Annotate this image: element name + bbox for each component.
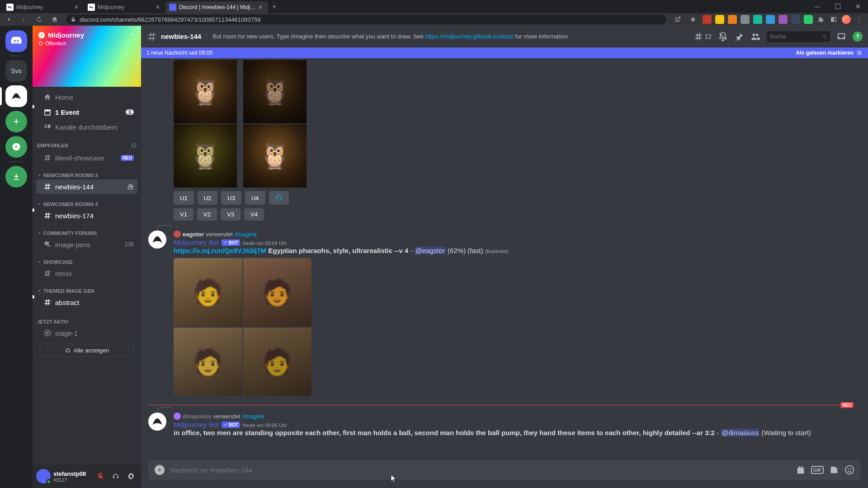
mute-icon[interactable]	[94, 470, 107, 483]
close-window-icon[interactable]: ✕	[848, 0, 868, 13]
category-newcomer3[interactable]: NEWCOMER ROOMS 3	[33, 165, 141, 179]
url-field[interactable]: discord.com/channels/662267976984297473/…	[66, 14, 666, 24]
server-svs[interactable]: Svs	[5, 60, 27, 82]
channel-list[interactable]: Home 1 Event 1 Kanäle durchstöbern EMPFO…	[33, 87, 141, 465]
nav-event[interactable]: 1 Event 1	[36, 105, 137, 119]
close-icon[interactable]: ✕	[156, 4, 162, 10]
inbox-icon[interactable]	[836, 32, 846, 42]
message-input-box[interactable]: GIF	[148, 460, 861, 480]
channel-stage-1[interactable]: stage-1	[36, 326, 137, 340]
bot-avatar[interactable]	[148, 230, 166, 249]
ext-icon[interactable]	[715, 15, 724, 24]
forward-icon[interactable]	[18, 14, 30, 25]
browser-tab-active[interactable]: Discord | #newbies-144 | Midj… ✕	[165, 1, 268, 13]
pin-icon[interactable]	[734, 32, 744, 42]
generated-image[interactable]	[243, 258, 312, 327]
ext-icon[interactable]	[728, 15, 737, 24]
browser-tab[interactable]: Midjourney ✕	[84, 1, 165, 13]
reply-context[interactable]: eagstor verwendet /imagine	[174, 230, 861, 238]
browser-tab[interactable]: Midjourney ✕	[3, 1, 84, 13]
threads-button[interactable]: 12	[694, 32, 712, 41]
generated-image[interactable]	[174, 258, 242, 327]
user-mention[interactable]: @eagstor	[415, 247, 446, 254]
back-icon[interactable]	[3, 14, 14, 25]
emoji-icon[interactable]	[844, 465, 854, 475]
generated-image[interactable]	[243, 328, 312, 396]
v1-button[interactable]: V1	[174, 208, 193, 221]
message-list[interactable]: U1 U2 U3 U4 V1 V2 V3 V4 e	[141, 58, 868, 460]
generated-image[interactable]	[243, 124, 307, 188]
gif-button[interactable]: GIF	[811, 466, 824, 474]
close-icon[interactable]: ✕	[74, 4, 80, 10]
share-icon[interactable]	[672, 14, 684, 25]
generated-image[interactable]	[243, 60, 307, 123]
v4-button[interactable]: V4	[244, 208, 264, 221]
search-box[interactable]	[767, 31, 830, 42]
profile-icon[interactable]	[842, 15, 851, 24]
settings-icon[interactable]	[125, 470, 137, 483]
explore-button[interactable]	[5, 136, 27, 158]
channel-topic[interactable]: Bot room for new users. Type /imagine th…	[207, 33, 690, 40]
show-all-button[interactable]: Alle anzeigen	[40, 344, 134, 357]
new-messages-bar[interactable]: 1 neue Nachricht seit 09:05 Als gelesen …	[141, 47, 868, 58]
discord-home-button[interactable]	[5, 30, 27, 52]
message-author[interactable]: Midjourney Bot	[174, 239, 219, 246]
nav-browse-channels[interactable]: Kanäle durchstöbern	[36, 120, 137, 134]
mark-read-button[interactable]: Als gelesen markieren	[796, 50, 863, 56]
message-input[interactable]	[170, 466, 790, 474]
ext-icon[interactable]	[791, 15, 800, 24]
user-mention[interactable]: @dimasiuss	[721, 429, 760, 436]
generated-image[interactable]	[174, 124, 237, 188]
reroll-button[interactable]	[269, 191, 289, 205]
user-avatar[interactable]	[36, 469, 51, 483]
sticker-icon[interactable]	[829, 465, 839, 475]
topic-link[interactable]: https://midjourney.gitbook.io/docs/	[425, 33, 514, 40]
category-showcase[interactable]: SHOWCASE	[33, 252, 141, 266]
invite-icon[interactable]	[127, 183, 134, 190]
notifications-icon[interactable]	[718, 32, 728, 42]
user-info[interactable]: stefanstp08 #3117	[53, 470, 91, 483]
maximize-icon[interactable]: ☐	[827, 0, 848, 13]
category-recommended[interactable]: EMPFOHLEN	[33, 135, 141, 150]
v3-button[interactable]: V3	[221, 208, 241, 221]
new-tab-button[interactable]: +	[268, 0, 281, 13]
ext-icon[interactable]	[753, 15, 762, 24]
home-icon[interactable]	[49, 14, 61, 25]
channel-remix[interactable]: remix	[36, 266, 137, 281]
help-icon[interactable]: ?	[853, 32, 863, 42]
channel-newbies-144[interactable]: newbies-144	[36, 179, 137, 194]
ext-icon[interactable]	[778, 15, 788, 24]
minimize-icon[interactable]: ─	[807, 0, 827, 13]
add-server-button[interactable]	[5, 111, 27, 132]
sidepanel-icon[interactable]	[829, 15, 838, 24]
generated-image[interactable]	[174, 328, 242, 396]
channel-blend-showcase[interactable]: blend-showcase NEU	[36, 150, 137, 165]
extensions-icon[interactable]	[816, 15, 826, 24]
ext-icon[interactable]	[766, 15, 775, 24]
channel-newbies-174[interactable]: newbies-174	[36, 208, 137, 223]
category-themed[interactable]: THEMED IMAGE GEN	[33, 281, 141, 295]
server-banner[interactable]: Midjourney Öffentlich	[33, 26, 141, 87]
deafen-icon[interactable]	[109, 470, 122, 483]
chevron-down-icon[interactable]	[128, 32, 136, 39]
prompt-link[interactable]: https://s.mj.run/Qe9VJ63ij7M	[174, 247, 266, 254]
channel-abstract[interactable]: abstract	[36, 295, 137, 310]
image-grid[interactable]	[174, 258, 311, 396]
gift-icon[interactable]	[796, 465, 806, 475]
ext-icon[interactable]	[703, 15, 712, 24]
download-button[interactable]	[5, 166, 27, 188]
message-author[interactable]: Midjourney Bot	[174, 421, 219, 428]
star-icon[interactable]	[687, 14, 699, 25]
category-newcomer4[interactable]: NEWCOMER ROOMS 4	[33, 194, 141, 208]
reload-icon[interactable]	[33, 14, 45, 25]
search-input[interactable]	[769, 33, 820, 40]
u4-button[interactable]: U4	[245, 191, 265, 205]
channel-image-jams[interactable]: image-jams 235	[36, 237, 137, 252]
add-attachment-icon[interactable]	[155, 465, 165, 475]
u3-button[interactable]: U3	[221, 191, 241, 205]
server-midjourney[interactable]	[5, 85, 27, 107]
close-icon[interactable]	[130, 142, 137, 149]
ext-icon[interactable]	[804, 15, 813, 24]
reply-context[interactable]: dimasiuss verwendet /imagine	[174, 413, 861, 420]
menu-icon[interactable]: ⋮	[854, 15, 863, 24]
